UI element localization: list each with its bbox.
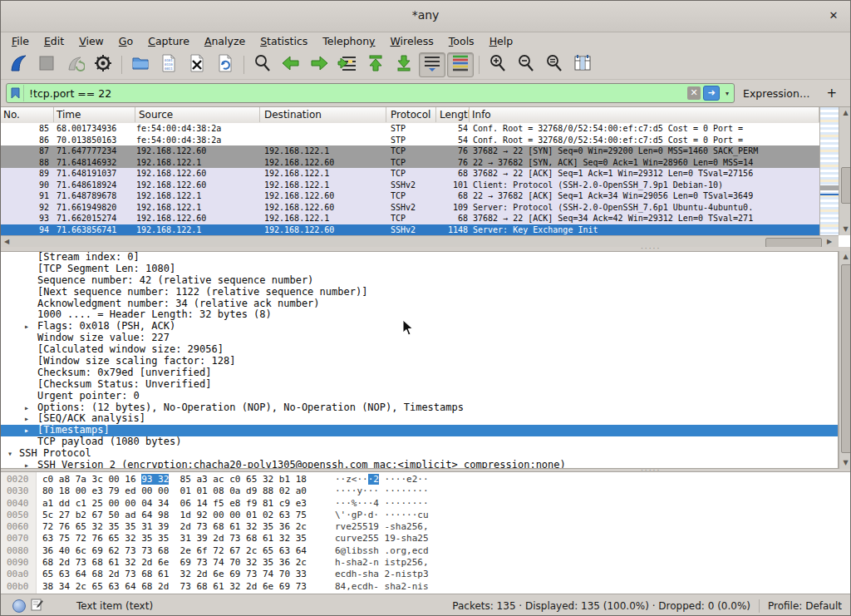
open-file-button[interactable] (127, 52, 154, 77)
packet-row-90[interactable]: 9071.648618924192.168.122.60192.168.122.… (1, 180, 819, 191)
go-back-button[interactable] (278, 52, 304, 77)
detail-row[interactable]: [Window size scaling factor: 128] (1, 356, 838, 367)
packet-list-hscrollbar[interactable]: ◀ ▶ (1, 235, 839, 248)
filter-clear-icon[interactable]: ✕ (687, 86, 701, 100)
collapsed-arrow-icon[interactable]: ▸ (24, 321, 29, 333)
display-filter-input[interactable]: !tcp.port == 22 ✕ ➜ ▾ (6, 83, 735, 103)
hex-row[interactable]: 006072 76 65 32 35 35 31 39 2d 73 68 61 … (1, 521, 851, 533)
close-file-button[interactable] (184, 52, 210, 77)
add-filter-button[interactable]: + (818, 86, 845, 101)
detail-row[interactable]: ▸Flags: 0x018 (PSH, ACK) (1, 321, 838, 333)
collapsed-arrow-icon[interactable]: ▸ (24, 402, 29, 414)
colorize-button[interactable] (447, 52, 474, 77)
detail-row[interactable]: Window size value: 227 (1, 333, 838, 344)
capture-comment-icon[interactable] (31, 599, 43, 614)
start-capture-button[interactable] (5, 52, 32, 77)
reload-file-button[interactable] (212, 52, 239, 77)
packet-list-header[interactable]: No.TimeSourceDestinationProtocolLengthIn… (1, 107, 819, 124)
packet-row-92[interactable]: 9271.661949820192.168.122.1192.168.122.6… (1, 202, 819, 214)
scroll-up-icon[interactable]: ▲ (839, 251, 851, 263)
column-header-destination[interactable]: Destination (260, 107, 386, 122)
detail-row[interactable]: [TCP Segment Len: 1080] (1, 264, 838, 275)
title-bar[interactable]: *any ✕ (1, 1, 850, 32)
menu-telephony[interactable]: Telephony (315, 33, 382, 49)
go-last-button[interactable] (391, 52, 417, 77)
stop-capture-button[interactable] (33, 52, 60, 77)
detail-row[interactable]: 1000 .... = Header Length: 32 bytes (8) (1, 309, 838, 321)
detail-row[interactable]: [Calculated window size: 29056] (1, 344, 838, 356)
packet-row-85[interactable]: 8568.001734936fe:54:00:d4:38:2aSTP54Conf… (1, 123, 819, 135)
packet-list-minimap[interactable] (819, 107, 839, 235)
detail-row[interactable]: ▾SSH Protocol (1, 448, 838, 460)
column-header-source[interactable]: Source (135, 107, 260, 122)
packet-row-86[interactable]: 8670.013850163fe:54:00:d4:38:2aSTP54Conf… (1, 135, 819, 146)
packet-row-91[interactable]: 9171.648789678192.168.122.1192.168.122.6… (1, 190, 819, 202)
hex-row[interactable]: 0040a1 dd c1 25 00 00 04 34 06 14 f5 e8 … (1, 498, 851, 510)
detail-row[interactable]: Acknowledgment number: 34 (relative ack … (1, 298, 838, 310)
menu-view[interactable]: View (71, 33, 111, 49)
filter-history-dropdown-icon[interactable]: ▾ (722, 90, 732, 97)
restart-capture-button[interactable] (61, 52, 88, 77)
detail-row[interactable]: ▸Options: (12 bytes), No-Operation (NOP)… (1, 402, 838, 414)
menu-statistics[interactable]: Statistics (253, 33, 315, 49)
detail-row[interactable]: ▸[Timestamps] (1, 425, 838, 436)
menu-go[interactable]: Go (111, 33, 140, 49)
scroll-thumb[interactable] (841, 167, 851, 204)
collapsed-arrow-icon[interactable]: ▸ (24, 425, 29, 436)
menu-analyze[interactable]: Analyze (197, 33, 253, 49)
detail-row[interactable]: TCP payload (1080 bytes) (1, 436, 838, 448)
detail-row[interactable]: [Stream index: 0] (1, 252, 838, 264)
auto-scroll-button[interactable] (419, 52, 445, 77)
detail-row[interactable]: [Checksum Status: Unverified] (1, 379, 838, 391)
packet-row-87[interactable]: 8771.647777234192.168.122.60192.168.122.… (1, 145, 819, 157)
find-packet-button[interactable] (249, 52, 276, 77)
filter-bookmark-icon[interactable] (7, 85, 24, 101)
go-forward-button[interactable] (306, 52, 332, 77)
packet-list-vscrollbar[interactable]: ▲ ▼ (839, 107, 851, 235)
zoom-out-button[interactable] (513, 52, 539, 77)
hex-row[interactable]: 00a065 63 64 68 2d 73 68 61 32 2d 6e 69 … (1, 569, 851, 580)
hex-row[interactable]: 009068 2d 73 68 61 32 2d 6e 69 73 74 70 … (1, 557, 851, 569)
expanded-arrow-icon[interactable]: ▾ (7, 448, 12, 460)
menu-file[interactable]: File (4, 33, 37, 49)
details-vscrollbar[interactable]: ▲ ▼ (839, 251, 851, 469)
scroll-left-icon[interactable]: ◀ (1, 236, 12, 248)
profile-selector[interactable]: Profile: Default (768, 600, 842, 612)
packet-row-89[interactable]: 8971.648191037192.168.122.60192.168.122.… (1, 168, 819, 180)
column-header-no[interactable]: No. (1, 107, 54, 122)
zoom-in-button[interactable] (485, 52, 511, 77)
zoom-reset-button[interactable] (541, 52, 568, 77)
menu-tools[interactable]: Tools (441, 33, 482, 49)
scroll-thumb[interactable] (841, 264, 851, 453)
detail-row[interactable]: Checksum: 0x79ed [unverified] (1, 367, 838, 379)
menu-help[interactable]: Help (482, 33, 521, 49)
detail-row[interactable]: ▸SSH Version 2 (encryption:chacha20-poly… (1, 460, 838, 469)
scroll-up-icon[interactable]: ▲ (839, 107, 851, 119)
scroll-right-icon[interactable]: ▶ (824, 236, 835, 248)
column-header-length[interactable]: Length (436, 107, 470, 122)
close-icon[interactable]: ✕ (825, 7, 842, 24)
hex-row[interactable]: 007063 75 72 76 65 32 35 35 31 39 2d 73 … (1, 533, 851, 545)
go-first-button[interactable] (362, 52, 389, 77)
resize-columns-button[interactable] (569, 52, 596, 77)
menu-wireless[interactable]: Wireless (383, 33, 441, 49)
detail-row[interactable]: Urgent pointer: 0 (1, 391, 838, 402)
column-header-time[interactable]: Time (54, 107, 135, 122)
hex-row[interactable]: 0020c0 a8 7a 3c 00 16 93 32 85 a3 ac c0 … (1, 474, 851, 485)
detail-row[interactable]: [Next sequence number: 1122 (relative se… (1, 287, 838, 298)
collapsed-arrow-icon[interactable]: ▸ (24, 413, 29, 425)
detail-row[interactable]: ▸[SEQ/ACK analysis] (1, 413, 838, 425)
packet-row-93[interactable]: 9371.662015274192.168.122.60192.168.122.… (1, 213, 819, 224)
packet-row-94[interactable]: 9471.663856741192.168.122.1192.168.122.6… (1, 224, 819, 236)
collapsed-arrow-icon[interactable]: ▸ (24, 460, 29, 469)
hex-row[interactable]: 008036 40 6c 69 62 73 73 68 2e 6f 72 67 … (1, 545, 851, 557)
column-header-protocol[interactable]: Protocol (386, 107, 436, 122)
menu-edit[interactable]: Edit (37, 33, 71, 49)
expert-info-icon[interactable] (12, 599, 26, 613)
detail-row[interactable]: Sequence number: 42 (relative sequence n… (1, 275, 838, 287)
packet-row-88[interactable]: 8871.648146932192.168.122.1192.168.122.6… (1, 157, 819, 169)
filter-apply-icon[interactable]: ➜ (703, 86, 720, 101)
column-header-info[interactable]: Info (470, 107, 819, 122)
scroll-down-icon[interactable]: ▼ (839, 224, 851, 235)
expression-button[interactable]: Expression… (735, 87, 818, 100)
